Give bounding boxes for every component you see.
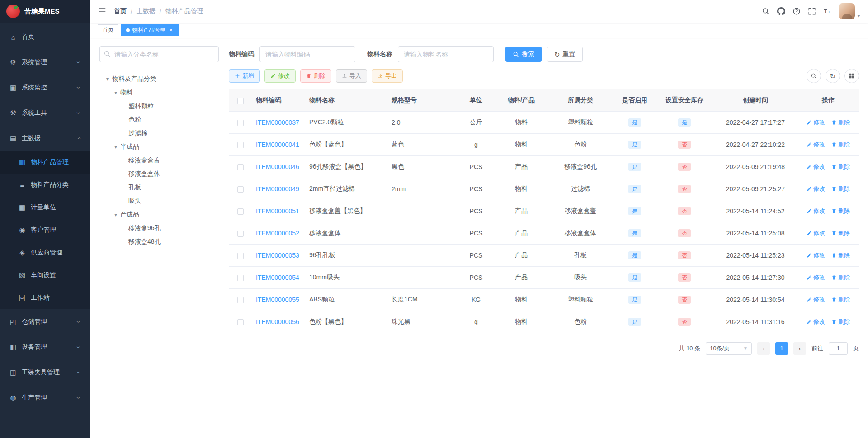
sidebar-item-workstation[interactable]: 回工作站 (0, 287, 90, 309)
export-button[interactable]: 导出 (372, 69, 403, 83)
search-icon[interactable] (758, 0, 774, 23)
item-code-link[interactable]: ITEM00000046 (256, 163, 299, 170)
tree-node[interactable]: 塑料颗粒 (99, 99, 219, 113)
row-checkbox[interactable] (237, 164, 244, 170)
tab-home[interactable]: 首页 (98, 24, 118, 36)
delete-link[interactable]: 删除 (831, 118, 850, 127)
tree-node[interactable]: 色粉 (99, 113, 219, 127)
sidebar-item-system-tools[interactable]: ⚒系统工具› (0, 100, 90, 126)
item-code-link[interactable]: ITEM00000049 (256, 185, 299, 193)
sidebar-item-equipment-mgmt[interactable]: ◧设备管理› (0, 334, 90, 360)
item-code-link[interactable]: ITEM00000053 (256, 252, 299, 259)
edit-link[interactable]: 修改 (807, 273, 825, 282)
close-tab-icon[interactable]: × (168, 27, 174, 33)
delete-link[interactable]: 删除 (831, 251, 850, 259)
item-code-link[interactable]: ITEM00000052 (256, 230, 299, 237)
import-button[interactable]: 导入 (336, 69, 367, 83)
item-code-link[interactable]: ITEM00000054 (256, 274, 299, 281)
search-button[interactable]: 搜索 (505, 47, 542, 62)
edit-link[interactable]: 修改 (807, 229, 825, 237)
tree-node[interactable]: ▾产成品 (99, 208, 219, 221)
tree-node[interactable]: 移液盒48孔 (99, 235, 219, 249)
delete-link[interactable]: 删除 (831, 296, 850, 304)
edit-link[interactable]: 修改 (807, 185, 825, 193)
tree-node[interactable]: 移液盒96孔 (99, 221, 219, 235)
sidebar-item-home[interactable]: ⌂首页 (0, 24, 90, 50)
row-checkbox[interactable] (237, 186, 244, 193)
delete-link[interactable]: 删除 (831, 318, 850, 326)
page-number-current[interactable]: 1 (775, 342, 788, 355)
item-code-link[interactable]: ITEM00000056 (256, 318, 299, 325)
goto-page-input[interactable] (829, 342, 848, 355)
next-page-button[interactable]: › (793, 342, 806, 355)
material-code-input[interactable] (259, 46, 355, 62)
item-code-link[interactable]: ITEM00000051 (256, 207, 299, 215)
material-name-input[interactable] (398, 46, 494, 62)
sidebar-item-supplier-mgmt[interactable]: ◈供应商管理 (0, 241, 90, 264)
breadcrumb-master-data[interactable]: 主数据 (137, 7, 156, 15)
reset-button[interactable]: ↻ 重置 (547, 47, 583, 62)
sidebar-item-master-data[interactable]: ▤主数据› (0, 126, 90, 151)
tree-search-input[interactable] (99, 46, 219, 62)
avatar[interactable] (839, 3, 855, 19)
delete-link[interactable]: 删除 (831, 273, 850, 282)
tree-node[interactable]: ▾物料及产品分类 (99, 72, 219, 86)
sidebar-item-material-product-mgmt[interactable]: ▥物料产品管理 (0, 151, 90, 174)
sidebar-item-material-product-category[interactable]: ≡物料产品分类 (0, 174, 90, 196)
sidebar-item-workshop-settings[interactable]: ▧车间设置 (0, 264, 90, 287)
refresh-button[interactable]: ↻ (826, 69, 840, 83)
sidebar-item-warehouse-mgmt[interactable]: ◰仓储管理› (0, 309, 90, 334)
menu-fold-icon[interactable] (98, 7, 107, 16)
delete-link[interactable]: 删除 (831, 141, 850, 149)
edit-button[interactable]: 修改 (264, 69, 296, 83)
fullscreen-icon[interactable] (804, 0, 820, 23)
row-checkbox[interactable] (237, 275, 244, 281)
toggle-search-button[interactable] (807, 69, 821, 83)
tree-node[interactable]: ▾物料 (99, 86, 219, 99)
select-all-checkbox[interactable] (237, 98, 244, 104)
github-icon[interactable] (774, 0, 789, 23)
item-code-link[interactable]: ITEM00000037 (256, 119, 299, 126)
page-size-select[interactable]: 10条/页 ▼ (706, 342, 752, 355)
prev-page-button[interactable]: ‹ (757, 342, 770, 355)
delete-link[interactable]: 删除 (831, 185, 850, 193)
tree-node[interactable]: ▾半成品 (99, 140, 219, 154)
columns-button[interactable] (844, 69, 859, 83)
font-size-icon[interactable]: TT (820, 0, 835, 23)
tree-node[interactable]: 过滤棉 (99, 127, 219, 140)
row-checkbox[interactable] (237, 253, 244, 259)
delete-link[interactable]: 删除 (831, 229, 850, 237)
tree-node[interactable]: 吸头 (99, 194, 219, 208)
row-checkbox[interactable] (237, 142, 244, 148)
sidebar-item-system-admin[interactable]: ⚙系统管理› (0, 50, 90, 75)
item-code-link[interactable]: ITEM00000041 (256, 141, 299, 148)
edit-link[interactable]: 修改 (807, 141, 825, 149)
sidebar-item-measure-unit[interactable]: ▦计量单位 (0, 196, 90, 219)
row-checkbox[interactable] (237, 208, 244, 215)
row-checkbox[interactable] (237, 231, 244, 237)
app-logo-area[interactable]: 苦糖果MES (0, 0, 90, 23)
row-checkbox[interactable] (237, 297, 244, 303)
tree-node[interactable]: 移液盒盒体 (99, 167, 219, 181)
add-button[interactable]: 新增 (229, 69, 260, 83)
tree-node[interactable]: 孔板 (99, 181, 219, 194)
edit-link[interactable]: 修改 (807, 118, 825, 127)
sidebar-item-system-monitor[interactable]: ▣系统监控› (0, 75, 90, 100)
sidebar-item-tooling-fixture-mgmt[interactable]: ◫工装夹具管理› (0, 360, 90, 385)
sidebar-item-customer-mgmt[interactable]: ◉客户管理 (0, 219, 90, 241)
tree-node[interactable]: 移液盒盒盖 (99, 154, 219, 167)
row-checkbox[interactable] (237, 120, 244, 126)
tab-material-product-management[interactable]: 物料产品管理 × (121, 24, 179, 36)
edit-link[interactable]: 修改 (807, 207, 825, 215)
breadcrumb-home[interactable]: 首页 (114, 7, 127, 15)
help-icon[interactable] (789, 0, 804, 23)
item-code-link[interactable]: ITEM00000055 (256, 296, 299, 303)
delete-link[interactable]: 删除 (831, 207, 850, 215)
delete-link[interactable]: 删除 (831, 163, 850, 171)
edit-link[interactable]: 修改 (807, 296, 825, 304)
edit-link[interactable]: 修改 (807, 318, 825, 326)
sidebar-item-production-mgmt[interactable]: ◍生产管理› (0, 385, 90, 410)
row-checkbox[interactable] (237, 319, 244, 325)
edit-link[interactable]: 修改 (807, 251, 825, 259)
edit-link[interactable]: 修改 (807, 163, 825, 171)
